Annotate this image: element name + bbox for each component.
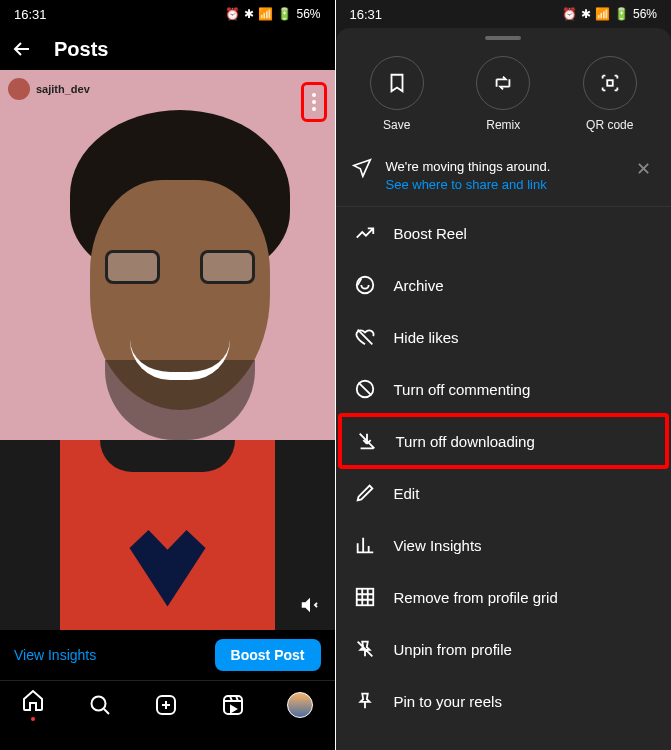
view-insights-link[interactable]: View Insights — [14, 647, 96, 663]
heart-off-icon — [354, 326, 376, 348]
post-actions-bar: View Insights Boost Post — [0, 630, 335, 680]
archive-icon — [354, 274, 376, 296]
battery-percent: 56% — [633, 7, 657, 21]
author-avatar — [8, 78, 30, 100]
status-time: 16:31 — [14, 7, 47, 22]
phone-options-sheet-screen: 16:31 ⏰ ✱ 📶 🔋 56% Save Remix QR code — [336, 0, 672, 750]
unpin-icon — [354, 638, 376, 660]
status-indicators: ⏰ ✱ 📶 🔋 56% — [225, 7, 320, 21]
phone-posts-screen: 16:31 ⏰ ✱ 📶 🔋 56% Posts sajith_dev — [0, 0, 335, 750]
bookmark-icon — [386, 72, 408, 94]
remix-action[interactable]: Remix — [458, 56, 548, 132]
page-title: Posts — [54, 38, 108, 61]
share-icon — [352, 158, 372, 178]
back-icon[interactable] — [10, 37, 34, 61]
nav-home[interactable] — [21, 688, 45, 721]
quick-actions-row: Save Remix QR code — [336, 50, 672, 146]
chart-icon — [354, 534, 376, 556]
svg-point-0 — [91, 696, 105, 710]
svg-rect-6 — [356, 589, 373, 606]
menu-view-insights[interactable]: View Insights — [336, 519, 672, 571]
svg-rect-3 — [607, 80, 613, 86]
menu-boost-reel[interactable]: Boost Reel — [336, 207, 672, 259]
author-username: sajith_dev — [36, 83, 90, 95]
mute-icon[interactable] — [299, 594, 321, 616]
close-icon[interactable]: ✕ — [632, 158, 655, 180]
status-bar: 16:31 ⏰ ✱ 📶 🔋 56% — [0, 0, 335, 28]
menu-turn-off-commenting[interactable]: Turn off commenting — [336, 363, 672, 415]
signal-icon: 📶 — [258, 7, 273, 21]
post-author[interactable]: sajith_dev — [8, 78, 90, 100]
status-bar: 16:31 ⏰ ✱ 📶 🔋 56% — [336, 0, 672, 28]
remix-icon — [492, 72, 514, 94]
qr-code-icon — [599, 72, 621, 94]
notice-line1: We're moving things around. — [386, 158, 619, 176]
notice-link[interactable]: See where to share and link — [386, 176, 619, 194]
bluetooth-icon: ✱ — [244, 7, 254, 21]
boost-post-button[interactable]: Boost Post — [215, 639, 321, 671]
nav-search[interactable] — [88, 693, 112, 717]
save-action[interactable]: Save — [352, 56, 442, 132]
nav-profile[interactable] — [287, 692, 313, 718]
svg-point-4 — [356, 277, 373, 294]
bluetooth-icon: ✱ — [581, 7, 591, 21]
status-indicators: ⏰ ✱ 📶 🔋 56% — [562, 7, 657, 21]
pin-icon — [354, 690, 376, 712]
battery-icon: 🔋 — [614, 7, 629, 21]
grid-icon — [354, 586, 376, 608]
trending-icon — [354, 222, 376, 244]
comment-off-icon — [354, 378, 376, 400]
alarm-icon: ⏰ — [562, 7, 577, 21]
status-time: 16:31 — [350, 7, 383, 22]
options-bottom-sheet: Save Remix QR code We're moving things a… — [336, 28, 672, 750]
download-off-icon — [356, 430, 378, 452]
info-notice: We're moving things around. See where to… — [336, 146, 672, 207]
battery-icon: 🔋 — [277, 7, 292, 21]
posts-header: Posts — [0, 28, 335, 70]
home-notification-dot — [31, 717, 35, 721]
menu-remove-from-grid[interactable]: Remove from profile grid — [336, 571, 672, 623]
battery-percent: 56% — [296, 7, 320, 21]
menu-archive[interactable]: Archive — [336, 259, 672, 311]
bottom-nav — [0, 680, 335, 728]
nav-create[interactable] — [154, 693, 178, 717]
menu-pin-reels[interactable]: Pin to your reels — [336, 675, 672, 727]
menu-edit[interactable]: Edit — [336, 467, 672, 519]
pencil-icon — [354, 482, 376, 504]
signal-icon: 📶 — [595, 7, 610, 21]
more-options-button[interactable] — [301, 82, 327, 122]
menu-unpin-profile[interactable]: Unpin from profile — [336, 623, 672, 675]
sheet-drag-handle[interactable] — [485, 36, 521, 40]
menu-turn-off-downloading[interactable]: Turn off downloading — [338, 413, 670, 469]
alarm-icon: ⏰ — [225, 7, 240, 21]
qr-code-action[interactable]: QR code — [565, 56, 655, 132]
post-media[interactable]: sajith_dev — [0, 70, 335, 630]
menu-hide-likes[interactable]: Hide likes — [336, 311, 672, 363]
nav-reels[interactable] — [221, 693, 245, 717]
photo-face — [20, 100, 320, 530]
